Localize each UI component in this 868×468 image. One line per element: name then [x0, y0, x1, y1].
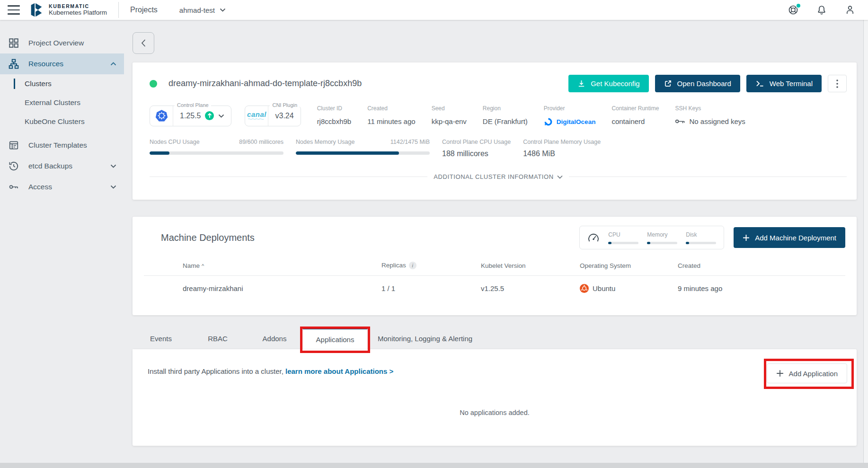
- nodes-memory-bar: [296, 151, 399, 155]
- kubermatic-logo: [28, 2, 44, 18]
- chevron-down-icon: [220, 8, 226, 12]
- column-created[interactable]: Created: [678, 262, 845, 269]
- sitemap-icon: [9, 59, 19, 69]
- created-field: Created 11 minutes ago: [367, 105, 415, 126]
- sidebar-item-etcd-backups[interactable]: etcd Backups: [0, 156, 124, 177]
- sidebar-label: etcd Backups: [28, 162, 72, 170]
- cni-plugin-label: CNI Plugin: [270, 102, 300, 108]
- top-header: KUBERMATIC Kubernetes Platform Projects …: [0, 0, 868, 20]
- chevron-down-icon: [110, 164, 116, 168]
- cpu-metric-bar: [608, 242, 611, 244]
- deployment-replicas: 1 / 1: [381, 284, 481, 292]
- applications-description: Install third party Applications into a …: [133, 349, 857, 375]
- brand-name: KUBERMATIC: [49, 3, 107, 9]
- additional-cluster-information-toggle[interactable]: ADDITIONAL CLUSTER INFORMATION: [150, 173, 847, 180]
- sidebar-nav: Project Overview Resources Clusters Exte…: [0, 20, 124, 197]
- learn-more-applications-link[interactable]: learn more about Applications >: [285, 367, 393, 375]
- chevron-down-icon[interactable]: [218, 114, 224, 118]
- chevron-up-icon: [110, 62, 116, 66]
- project-selector-value: ahmad-test: [179, 6, 215, 14]
- cluster-details-card: dreamy-mirzakhani-ahmad-do-template-rj8c…: [133, 62, 857, 200]
- sidebar-item-external-clusters[interactable]: External Clusters: [0, 93, 124, 112]
- template-icon: [9, 140, 19, 150]
- applications-panel: Install third party Applications into a …: [133, 349, 857, 446]
- cluster-actions-menu-button[interactable]: [828, 75, 847, 92]
- provider-field: Provider DigitalOcean: [544, 105, 596, 126]
- bell-icon: [816, 4, 827, 16]
- user-menu-button[interactable]: [844, 4, 856, 16]
- key-icon: [9, 182, 19, 192]
- cpu-metric: CPU: [608, 231, 638, 244]
- column-replicas[interactable]: Replicasi: [381, 262, 481, 269]
- kubernetes-icon: [155, 109, 168, 122]
- sidebar-item-clusters[interactable]: Clusters: [0, 74, 124, 93]
- memory-metric-bar: [647, 242, 650, 244]
- tab-events[interactable]: Events: [133, 327, 189, 349]
- memory-metric: Memory: [647, 231, 677, 244]
- disk-metric: Disk: [686, 231, 716, 244]
- upgrade-available-icon[interactable]: [205, 111, 214, 120]
- column-operating-system[interactable]: Operating System: [580, 262, 678, 269]
- external-link-icon: [664, 79, 672, 88]
- user-icon: [844, 4, 856, 16]
- provider-value: DigitalOcean: [557, 118, 596, 125]
- sidebar-item-kubeone-clusters[interactable]: KubeOne Clusters: [0, 112, 124, 131]
- notifications-button[interactable]: [816, 4, 827, 16]
- sidebar-item-access[interactable]: Access: [0, 177, 124, 197]
- plus-icon: [743, 234, 750, 241]
- sidebar-label: Resources: [28, 60, 63, 68]
- control-plane-memory-value: 1486 MiB: [523, 150, 601, 158]
- column-kubelet-version[interactable]: Kubelet Version: [481, 262, 580, 269]
- column-name[interactable]: Name^: [183, 262, 381, 269]
- cluster-tabs: Events RBAC Addons Applications Monitori…: [133, 327, 857, 349]
- tab-addons[interactable]: Addons: [246, 327, 303, 349]
- chevron-down-icon: [557, 175, 563, 179]
- machine-deployment-row[interactable]: dreamy-mirzakhani 1 / 1 v1.25.5 Ubuntu 9…: [144, 276, 845, 300]
- gauge-icon: [587, 232, 600, 243]
- projects-link[interactable]: Projects: [130, 6, 158, 14]
- nodes-cpu-bar: [150, 151, 169, 155]
- chevron-down-icon: [110, 185, 116, 189]
- sidebar-label: Cluster Templates: [28, 141, 87, 150]
- sort-ascending-icon: ^: [202, 263, 204, 269]
- add-application-button[interactable]: Add Application: [767, 363, 847, 383]
- brand: KUBERMATIC Kubernetes Platform: [49, 3, 107, 17]
- ssh-keys-value: No assigned keys: [689, 117, 745, 125]
- sidebar-label: External Clusters: [25, 98, 80, 107]
- sidebar-item-resources[interactable]: Resources: [0, 53, 124, 74]
- tab-monitoring-logging-alerting[interactable]: Monitoring, Logging & Alerting: [367, 327, 483, 349]
- nodes-memory-usage: Nodes Memory Usage 1142/1475 MiB: [296, 139, 430, 155]
- cni-version: v3.24: [275, 112, 293, 120]
- project-selector[interactable]: ahmad-test: [179, 6, 226, 14]
- control-plane-memory-usage: Control Plane Memory Usage 1486 MiB: [523, 139, 601, 158]
- back-button[interactable]: [133, 32, 154, 54]
- digitalocean-icon: [544, 117, 553, 126]
- control-plane-version: 1.25.5: [180, 112, 201, 120]
- tab-applications[interactable]: Applications: [303, 327, 367, 349]
- cluster-name: dreamy-mirzakhani-ahmad-do-template-rj8c…: [168, 79, 362, 88]
- add-machine-deployment-button[interactable]: Add Machine Deployment: [734, 227, 845, 248]
- open-dashboard-button[interactable]: Open Dashboard: [655, 75, 740, 92]
- help-button[interactable]: [788, 4, 799, 16]
- empty-applications-message: No applications added.: [133, 409, 857, 416]
- sidebar-label: KubeOne Clusters: [25, 117, 85, 126]
- hamburger-menu-icon[interactable]: [8, 5, 20, 15]
- control-plane-cpu-value: 188 millicores: [442, 150, 511, 158]
- nodes-cpu-value: 89/600 millicores: [239, 139, 283, 145]
- ssh-keys-field: SSH Keys No assigned keys: [675, 105, 745, 126]
- sidebar-item-cluster-templates[interactable]: Cluster Templates: [0, 135, 124, 156]
- grid-icon: [9, 38, 19, 48]
- notification-dot: [796, 3, 801, 9]
- sidebar-item-project-overview[interactable]: Project Overview: [0, 33, 124, 53]
- tab-rbac[interactable]: RBAC: [189, 327, 246, 349]
- cni-plugin-box: CNI Plugin canal v3.24: [245, 106, 301, 126]
- deployment-created: 9 minutes ago: [678, 284, 845, 292]
- horizontal-scrollbar[interactable]: [0, 463, 868, 468]
- ubuntu-icon: [580, 284, 589, 293]
- web-terminal-button[interactable]: Web Terminal: [746, 75, 822, 92]
- region-field: Region DE (Frankfurt): [483, 105, 528, 126]
- created-value: 11 minutes ago: [367, 117, 415, 125]
- cluster-status-dot: [150, 80, 157, 88]
- get-kubeconfig-button[interactable]: Get Kubeconfig: [568, 75, 648, 92]
- vertical-scrollbar[interactable]: [863, 20, 868, 463]
